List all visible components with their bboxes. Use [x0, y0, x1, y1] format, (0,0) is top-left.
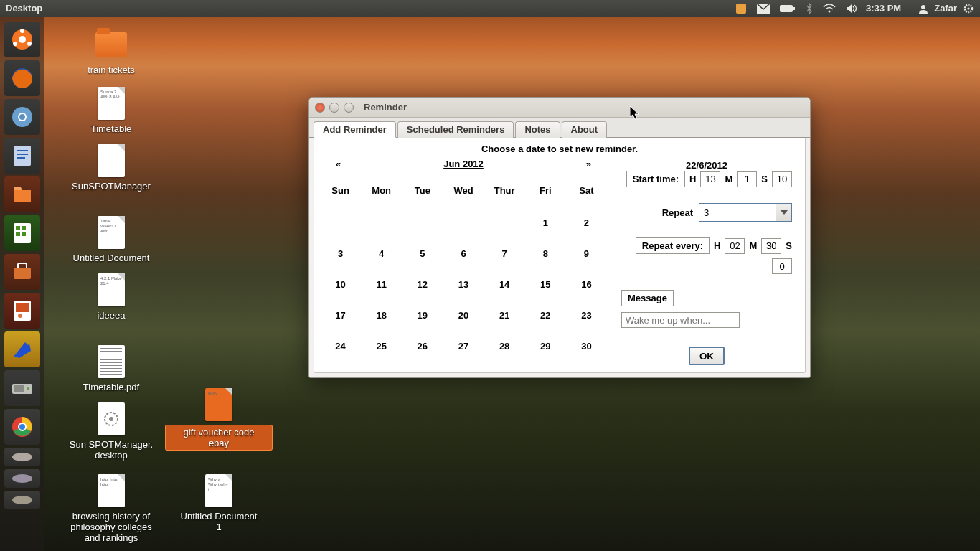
calendar-day-11[interactable]: 11	[361, 269, 402, 300]
launcher-chromium[interactable]	[4, 99, 40, 135]
bluetooth-icon[interactable]	[806, 3, 813, 14]
calendar-day-24[interactable]: 24	[320, 331, 361, 362]
tab-notes[interactable]: Notes	[515, 121, 560, 138]
calendar-day-5[interactable]: 5	[402, 238, 443, 269]
svg-point-11	[13, 42, 17, 46]
desktop-icon-browsing-history-of-philosophy-colleges-and-rankings[interactable]: http: http: http:browsing history of phi…	[57, 474, 165, 543]
desktop-menu-label[interactable]: Desktop	[6, 3, 42, 14]
launcher-stack-3[interactable]	[4, 491, 40, 509]
start-sec-input[interactable]	[772, 171, 792, 187]
repeat-value: 3	[699, 207, 776, 218]
calendar-day-26[interactable]: 26	[402, 331, 443, 362]
launcher-dash[interactable]	[4, 22, 40, 57]
calendar-day-3[interactable]: 3	[320, 238, 361, 269]
message-input[interactable]	[621, 312, 740, 328]
icon-label: Sun SPOTManager. desktop	[57, 439, 165, 461]
message-row: Message	[621, 290, 792, 328]
launcher-files[interactable]	[4, 176, 40, 212]
calendar-day-17[interactable]: 17	[320, 300, 361, 331]
repeat-min-input[interactable]	[761, 238, 781, 254]
calendar-day-9[interactable]: 9	[566, 238, 607, 269]
calendar-day-15[interactable]: 15	[525, 269, 566, 300]
calendar-day-16[interactable]: 16	[566, 269, 607, 300]
desktop-icon-train-tickets[interactable]: train tickets	[57, 27, 165, 75]
calendar-prev[interactable]: «	[330, 159, 347, 169]
user-name[interactable]: Zafar	[934, 3, 957, 14]
desktop-icon-gift-voucher-code-ebay[interactable]: ebaygift voucher code ebay	[165, 387, 273, 451]
calendar-day-20[interactable]: 20	[443, 300, 484, 331]
app-indicator-icon[interactable]	[735, 3, 747, 14]
window-title: Reminder	[364, 102, 407, 113]
window-minimize-button[interactable]	[329, 103, 339, 113]
start-hour-input[interactable]	[700, 171, 720, 187]
calendar-day-8[interactable]: 8	[525, 238, 566, 269]
launcher-stack-2[interactable]	[4, 469, 40, 488]
launcher-drive[interactable]	[4, 370, 40, 406]
desktop-icon-timetable-pdf[interactable]: Timetable.pdf	[57, 344, 165, 392]
calendar-day-18[interactable]: 18	[361, 300, 402, 331]
calendar-day-27[interactable]: 27	[443, 331, 484, 362]
window-close-button[interactable]	[315, 103, 325, 113]
desktop-icon-untitled-document-1[interactable]: Why a Why t why tUntitled Document 1	[165, 474, 273, 532]
start-min-input[interactable]	[737, 171, 757, 187]
volume-icon[interactable]	[846, 4, 859, 14]
calendar: « Jun 2012 » SunMonTueWedThurFriSat 1234…	[320, 159, 607, 365]
mail-icon[interactable]	[757, 4, 770, 14]
calendar-day-10[interactable]: 10	[320, 269, 361, 300]
calendar-day-23[interactable]: 23	[566, 300, 607, 331]
launcher-software[interactable]	[4, 254, 40, 290]
ok-button[interactable]: OK	[689, 347, 725, 365]
svg-rect-0	[736, 4, 746, 14]
launcher-writer[interactable]	[4, 138, 40, 174]
repeat-select[interactable]: 3	[699, 203, 792, 222]
user-icon[interactable]	[918, 4, 928, 14]
calendar-day-22[interactable]: 22	[525, 300, 566, 331]
calendar-day-19[interactable]: 19	[402, 300, 443, 331]
h-label: H	[689, 174, 696, 184]
launcher-firefox[interactable]	[4, 60, 40, 96]
window-maximize-button[interactable]	[344, 103, 354, 113]
calendar-day-13[interactable]: 13	[443, 269, 484, 300]
wifi-icon[interactable]	[823, 4, 836, 14]
calendar-day-28[interactable]: 28	[484, 331, 525, 362]
tab-add-reminder[interactable]: Add Reminder	[314, 121, 396, 138]
calendar-day-25[interactable]: 25	[361, 331, 402, 362]
launcher-stack-1[interactable]	[4, 448, 40, 466]
calendar-day-12[interactable]: 12	[402, 269, 443, 300]
calendar-day-2[interactable]: 2	[566, 207, 607, 238]
icon-label: Untitled Document	[57, 253, 165, 263]
desktop-icon-ideeea[interactable]: 4.2.1 Make 21.4ideeea	[57, 273, 165, 321]
launcher-impress[interactable]	[4, 293, 40, 329]
titlebar[interactable]: Reminder	[309, 98, 810, 118]
launcher-chrome[interactable]	[4, 409, 40, 445]
calendar-day-7[interactable]: 7	[484, 238, 525, 269]
svg-rect-26	[16, 232, 20, 236]
tab-about[interactable]: About	[562, 121, 608, 138]
calendar-day-30[interactable]: 30	[566, 331, 607, 362]
launcher-calc[interactable]	[4, 215, 40, 251]
desktop-icon-untitled-document[interactable]: Time! Week! 7 AM:Untitled Document	[57, 215, 165, 263]
calendar-day-1[interactable]: 1	[525, 207, 566, 238]
launcher-app[interactable]	[4, 331, 40, 367]
repeat-hour-input[interactable]	[725, 238, 745, 254]
svg-point-4	[829, 10, 831, 12]
repeat-sec-input[interactable]	[772, 258, 792, 274]
clock-text[interactable]: 3:33 PM	[866, 3, 901, 14]
calendar-day-21[interactable]: 21	[484, 300, 525, 331]
calendar-day-4[interactable]: 4	[361, 238, 402, 269]
calendar-title[interactable]: Jun 2012	[443, 159, 484, 169]
calendar-next[interactable]: »	[580, 159, 597, 169]
battery-icon[interactable]	[780, 4, 796, 13]
gear-icon[interactable]	[963, 3, 974, 14]
calendar-day-6[interactable]: 6	[443, 238, 484, 269]
desktop-icon-sun-spotmanager-desktop[interactable]: Sun SPOTManager. desktop	[57, 402, 165, 461]
desktop-icon-sunspotmanager[interactable]: SunSPOTManager	[57, 143, 165, 192]
repeat-label: Repeat	[662, 207, 693, 218]
svg-rect-25	[22, 226, 26, 230]
tab-scheduled-reminders[interactable]: Scheduled Reminders	[397, 121, 514, 138]
calendar-day-14[interactable]: 14	[484, 269, 525, 300]
start-time-label: Start time:	[626, 171, 685, 187]
desktop-icon-timetable[interactable]: Sunda 7 AM: 8 AM:Timetable	[57, 86, 165, 134]
calendar-day-29[interactable]: 29	[525, 331, 566, 362]
svg-point-16	[19, 114, 25, 120]
